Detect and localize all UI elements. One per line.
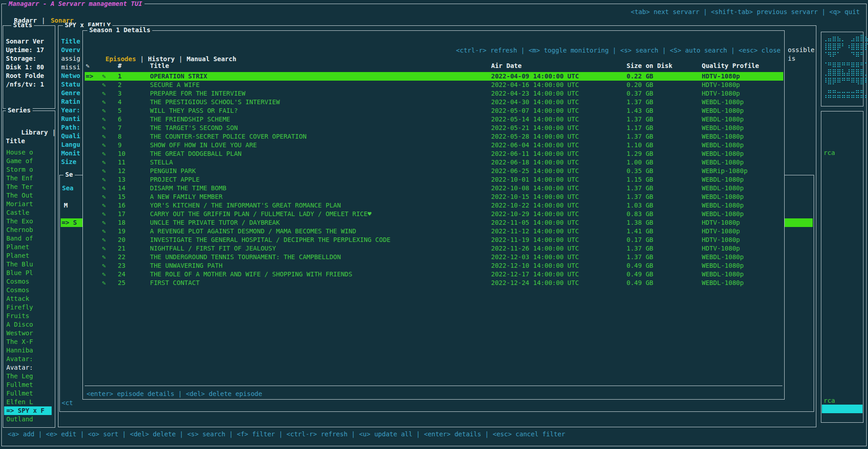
episode-title: DISARM THE TIME BOMB <box>150 184 227 193</box>
tab-library[interactable]: Library <box>21 129 48 136</box>
series-list-item[interactable]: Cosmos <box>4 277 52 286</box>
episode-air-date: 2022-12-03 14:00:00 UTC <box>491 253 579 261</box>
series-list-item[interactable]: Avatar: <box>4 355 52 363</box>
episode-row[interactable]: ✎ 18 UNCLE THE PRIVATE TUTOR / DAYBREAK … <box>85 218 783 227</box>
episode-air-date: 2022-11-26 14:00:00 UTC <box>491 244 579 253</box>
episode-row[interactable]: ✎ 5 WILL THEY PASS OR FAIL? 2022-05-07 1… <box>85 106 783 115</box>
episode-row[interactable]: ✎ 13 PROJECT APPLE 2022-10-01 14:00:00 U… <box>85 175 783 184</box>
series-library-panel: Series Library| Title House o Game of St… <box>3 111 55 428</box>
series-title: House o <box>6 149 33 156</box>
episode-size: 1.03 GB <box>627 201 653 210</box>
episode-air-date: 2022-05-28 14:00:00 UTC <box>491 132 579 141</box>
episode-row[interactable]: ✎ 24 THE ROLE OF A MOTHER AND WIFE / SHO… <box>85 270 783 279</box>
episode-row[interactable]: => ✎ 1 OPERATION STRIX 2022-04-09 14:00:… <box>85 72 783 81</box>
episode-number: 6 <box>118 115 121 124</box>
episode-title: SECURE A WIFE <box>150 81 200 89</box>
series-title: Fullmet <box>6 381 33 388</box>
episode-row[interactable]: ✎ 21 NIGHTFALL / FIRST FIT OF JEALOUSY 2… <box>85 244 783 253</box>
series-title: Planet <box>6 243 29 251</box>
series-list-item[interactable]: Outland <box>4 415 52 424</box>
episode-row[interactable]: ✎ 14 DISARM THE TIME BOMB 2022-10-08 14:… <box>85 184 783 193</box>
episode-table-header: ✎ # Title Air Date Size on Disk Quality … <box>83 62 784 70</box>
episode-row[interactable]: ✎ 6 THE FRIENDSHIP SCHEME 2022-05-14 14:… <box>85 115 783 124</box>
series-title: Fullmet <box>6 390 33 397</box>
series-list-item[interactable]: Avatar: <box>4 363 52 372</box>
episode-row[interactable]: ✎ 9 SHOW OFF HOW IN LOVE YOU ARE 2022-06… <box>85 141 783 150</box>
series-list-item[interactable]: The X-F <box>4 338 52 346</box>
episode-row[interactable]: ✎ 17 CARRY OUT THE GRIFFIN PLAN / FULLME… <box>85 210 783 218</box>
series-list-item[interactable]: Hanniba <box>4 346 52 355</box>
series-list-item[interactable]: Blue Pl <box>4 269 52 277</box>
edit-pencil-icon: ✎ <box>102 81 106 89</box>
episode-row[interactable]: ✎ 3 PREPARE FOR THE INTERVIEW 2022-04-23… <box>85 89 783 98</box>
series-list-item[interactable]: The Leg <box>4 372 52 381</box>
episode-number: 13 <box>118 175 125 184</box>
selected-marker: => <box>86 72 97 81</box>
episode-row[interactable]: ✎ 2 SECURE A WIFE 2022-04-16 14:00:00 UT… <box>85 81 783 89</box>
tab-sonarr[interactable]: Sonarr <box>51 16 74 25</box>
series-list-item[interactable]: The Out <box>4 191 52 200</box>
episode-air-date: 2022-10-22 14:00:00 UTC <box>491 201 579 210</box>
series-list-item[interactable]: A Disco <box>4 320 52 329</box>
series-list-item[interactable]: Planet <box>4 243 52 251</box>
series-list-item[interactable]: Planet <box>4 251 52 260</box>
series-list-item[interactable]: Band of <box>4 234 52 243</box>
series-list-item[interactable]: => SPY x F <box>4 406 52 415</box>
episode-title: THE ROLE OF A MOTHER AND WIFE / SHOPPING… <box>150 270 352 279</box>
series-list-item[interactable]: Firefly <box>4 303 52 312</box>
series-list-item[interactable]: Castle <box>4 208 52 217</box>
episode-row[interactable]: ✎ 7 THE TARGET'S SECOND SON 2022-05-21 1… <box>85 124 783 132</box>
episode-row[interactable]: ✎ 10 THE GREAT DODGEBALL PLAN 2022-06-11… <box>85 150 783 158</box>
episode-title: PREPARE FOR THE INTERVIEW <box>150 89 246 98</box>
series-list-item[interactable]: Attack <box>4 295 52 303</box>
series-list-item[interactable]: The Exo <box>4 217 52 226</box>
episode-row[interactable]: ✎ 8 THE COUNTER-SECRET POLICE COVER OPER… <box>85 132 783 141</box>
series-list-item[interactable]: Fruits <box>4 312 52 320</box>
stat-line: /nfs/tv: 1 <box>6 80 54 89</box>
series-list-item[interactable]: Storm o <box>4 165 52 174</box>
episode-air-date: 2022-05-14 14:00:00 UTC <box>491 115 579 124</box>
episode-row[interactable]: ✎ 4 THE PRESTIGIOUS SCHOOL'S INTERVIEW 2… <box>85 98 783 106</box>
series-list-item[interactable]: Fullmet <box>4 381 52 389</box>
episode-row[interactable]: ✎ 15 A NEW FAMILY MEMBER 2022-10-15 14:0… <box>85 193 783 201</box>
episode-row[interactable]: ✎ 19 A REVENGE PLOT AGAINST DESMOND / MA… <box>85 227 783 236</box>
overview-text-fragment: ossible <box>788 46 815 54</box>
series-title: Blue Pl <box>6 269 33 276</box>
series-title: The Enf <box>6 174 33 182</box>
episode-row[interactable]: ✎ 25 FIRST CONTACT 2022-12-24 14:00:00 U… <box>85 279 783 287</box>
series-title: Band of <box>6 235 33 242</box>
episode-row[interactable]: ✎ 16 YOR'S KITCHEN / THE INFORMANT'S GRE… <box>85 201 783 210</box>
episode-size: 0.17 GB <box>627 236 653 244</box>
episode-row[interactable]: ✎ 23 THE UNWAVERING PATH 2022-12-10 14:0… <box>85 261 783 270</box>
series-list-item[interactable]: Fullmet <box>4 389 52 398</box>
episode-row[interactable]: ✎ 11 STELLA 2022-06-18 14:00:00 UTC 1.00… <box>85 158 783 167</box>
episode-row[interactable]: ✎ 20 INVESTIGATE THE GENERAL HOSPITAL / … <box>85 236 783 244</box>
edit-pencil-icon: ✎ <box>102 201 106 210</box>
seasons-column-header: Sea <box>62 184 73 193</box>
series-title: The Blu <box>6 261 33 268</box>
series-list-item[interactable]: Game of <box>4 157 52 165</box>
episode-quality: WEBDL-1080p <box>702 210 744 218</box>
header-size-on-disk: Size on Disk <box>627 62 672 70</box>
series-list-item[interactable]: Elfen L <box>4 398 52 406</box>
episode-size: 1.38 GB <box>627 218 653 227</box>
series-list-item[interactable]: Westwor <box>4 329 52 338</box>
tab-radarr[interactable]: Radarr <box>14 16 37 25</box>
series-title: Outland <box>6 415 33 423</box>
series-list-item[interactable]: Chernob <box>4 226 52 234</box>
series-list-item[interactable]: Cosmos <box>4 286 52 295</box>
episode-number: 11 <box>118 158 125 167</box>
episode-row[interactable]: ✎ 22 THE UNDERGROUND TENNIS TOURNAMENT: … <box>85 253 783 261</box>
episode-air-date: 2022-12-24 14:00:00 UTC <box>491 279 579 287</box>
poster-art-line: ⠈⠻⠟⠁⠀⠀⠙⠿⠛⠀ <box>823 51 868 59</box>
series-list-item[interactable]: The Enf <box>4 174 52 183</box>
series-list-item[interactable]: The Ter <box>4 183 52 191</box>
episode-row[interactable]: ✎ 12 PENGUIN PARK 2022-06-25 14:00:00 UT… <box>85 167 783 175</box>
overview-text-fragment: is <box>788 54 796 63</box>
series-list-item[interactable]: Moriart <box>4 200 52 208</box>
series-list-item[interactable]: The Blu <box>4 260 52 269</box>
edit-pencil-icon: ✎ <box>102 175 106 184</box>
right-text-fragment: rca <box>824 396 835 405</box>
series-list-item[interactable]: House o <box>4 148 52 157</box>
episode-quality: WEBDL-1080p <box>702 150 744 158</box>
